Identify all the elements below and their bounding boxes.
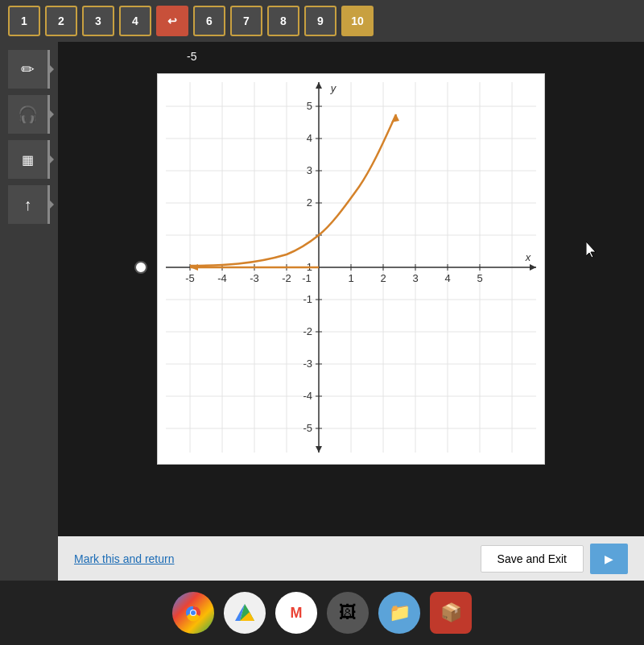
taskbar-gmail[interactable]: M: [275, 592, 317, 634]
taskbar: M 🖼 📁 📦: [0, 581, 644, 645]
taskbar-files[interactable]: 📁: [378, 592, 420, 634]
svg-text:-4: -4: [217, 272, 227, 284]
svg-text:2: 2: [380, 272, 386, 284]
svg-text:-3: -3: [250, 272, 259, 284]
svg-marker-26: [316, 446, 322, 453]
top-axis-label: -5: [187, 50, 196, 63]
next-icon: ▶: [605, 552, 613, 565]
action-buttons: Save and Exit ▶: [481, 544, 628, 574]
question-btn-3[interactable]: 3: [82, 6, 114, 36]
question-btn-7[interactable]: 7: [230, 6, 262, 36]
svg-text:4: 4: [307, 132, 312, 144]
toolbar: 1 2 3 4 ↩ 6 7 8 9 10: [0, 0, 644, 42]
taskbar-3dapp[interactable]: 📦: [430, 592, 472, 634]
svg-text:3: 3: [307, 164, 312, 176]
taskbar-chrome[interactable]: [172, 592, 214, 634]
files-icon: 📁: [389, 602, 411, 623]
upload-tool[interactable]: ↑: [8, 185, 50, 224]
photos-icon: 🖼: [339, 602, 357, 623]
svg-text:x: x: [525, 251, 531, 263]
headphone-icon: 🎧: [18, 105, 38, 124]
svg-text:y: y: [330, 82, 337, 94]
question-btn-4[interactable]: 4: [119, 6, 151, 36]
svg-text:-5: -5: [185, 272, 195, 284]
bottom-bar: Mark this and return Save and Exit ▶: [58, 536, 644, 581]
back-btn[interactable]: ↩: [156, 6, 188, 36]
cursor-pointer: [586, 242, 596, 258]
svg-text:5: 5: [307, 100, 312, 112]
svg-text:4: 4: [444, 272, 450, 284]
taskbar-drive[interactable]: [224, 592, 266, 634]
svg-text:5: 5: [477, 272, 482, 284]
svg-marker-78: [586, 242, 596, 258]
question-btn-6[interactable]: 6: [193, 6, 225, 36]
mark-return-link[interactable]: Mark this and return: [74, 552, 175, 565]
next-button[interactable]: ▶: [590, 544, 628, 574]
calculator-icon: ▦: [22, 152, 34, 167]
question-btn-2[interactable]: 2: [45, 6, 77, 36]
svg-text:-1: -1: [302, 272, 312, 284]
svg-text:2: 2: [307, 196, 312, 209]
pencil-icon: ✏: [21, 60, 35, 79]
question-btn-10[interactable]: 10: [341, 6, 374, 36]
box3d-icon: 📦: [440, 602, 462, 623]
calculator-tool[interactable]: ▦: [8, 140, 50, 179]
svg-point-73: [191, 610, 196, 615]
graph-wrapper: -5 -4 -3 -2 -1 1 2 3 4 5 x 5 4: [157, 69, 545, 465]
upload-icon: ↑: [24, 196, 32, 214]
radio-input[interactable]: [134, 261, 147, 274]
sidebar: ✏ 🎧 ▦ ↑: [0, 42, 58, 581]
main-content: -5: [58, 42, 644, 581]
taskbar-photos[interactable]: 🖼: [327, 592, 369, 634]
svg-text:-2: -2: [303, 325, 312, 337]
save-exit-button[interactable]: Save and Exit: [481, 545, 584, 573]
question-btn-9[interactable]: 9: [304, 6, 336, 36]
gmail-icon: M: [291, 605, 303, 622]
question-btn-1[interactable]: 1: [8, 6, 40, 36]
svg-text:-1: -1: [303, 293, 312, 305]
svg-text:3: 3: [412, 272, 418, 284]
chrome-icon: [180, 600, 206, 626]
svg-text:-3: -3: [303, 358, 312, 370]
svg-text:-5: -5: [303, 422, 312, 434]
answer-option[interactable]: [134, 261, 147, 274]
svg-text:-2: -2: [282, 272, 291, 284]
svg-marker-25: [316, 82, 322, 89]
drive-icon: [232, 600, 258, 626]
audio-tool[interactable]: 🎧: [8, 95, 50, 134]
pencil-tool[interactable]: ✏: [8, 50, 50, 89]
svg-text:1: 1: [348, 272, 353, 284]
question-btn-8[interactable]: 8: [267, 6, 299, 36]
svg-marker-24: [530, 264, 536, 271]
svg-text:-4: -4: [303, 390, 312, 402]
graph-canvas: -5 -4 -3 -2 -1 1 2 3 4 5 x 5 4: [157, 73, 545, 465]
coordinate-graph: -5 -4 -3 -2 -1 1 2 3 4 5 x 5 4: [158, 74, 544, 461]
